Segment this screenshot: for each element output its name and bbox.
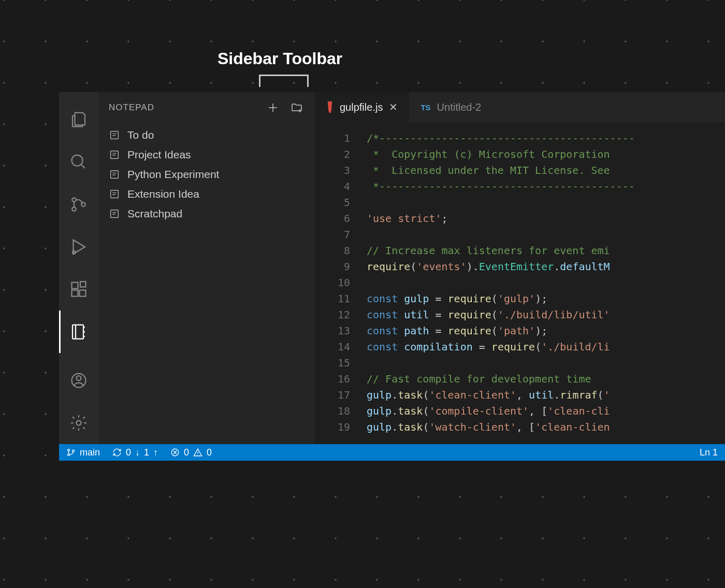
- error-count: 0: [184, 447, 189, 458]
- main-area: NOTEPAD To doProject IdeasPython Experim…: [59, 92, 725, 444]
- editor-window: NOTEPAD To doProject IdeasPython Experim…: [59, 92, 725, 461]
- svg-rect-9: [72, 325, 83, 339]
- sidebar-title: NOTEPAD: [109, 102, 265, 113]
- error-icon: [170, 448, 180, 457]
- tab[interactable]: TSUntitled-2: [409, 92, 492, 122]
- activity-bar: [59, 92, 98, 444]
- note-icon: [109, 129, 120, 141]
- svg-point-2: [72, 207, 76, 211]
- line-number: 8: [315, 243, 350, 259]
- line-number: 6: [315, 211, 350, 227]
- svg-point-1: [72, 198, 76, 202]
- status-bar: main 0↓ 1↑ 0 0 Ln 1: [59, 444, 725, 461]
- status-sync[interactable]: 0↓ 1↑: [112, 447, 158, 458]
- gulp-icon: [326, 101, 334, 113]
- activity-settings[interactable]: [59, 402, 98, 444]
- line-number: 17: [315, 387, 350, 403]
- code-line: // Increase max listeners for event emi: [367, 243, 725, 259]
- sidebar-item[interactable]: Scratchpad: [98, 204, 315, 224]
- svg-point-3: [81, 202, 85, 207]
- code-line: /*--------------------------------------…: [367, 130, 725, 146]
- sidebar-item[interactable]: Extension Idea: [98, 184, 315, 204]
- extensions-icon: [69, 280, 88, 299]
- close-icon[interactable]: ✕: [389, 101, 398, 113]
- svg-rect-7: [80, 290, 86, 297]
- code-line: // Fast compile for development time: [367, 371, 725, 387]
- code-line: gulp.task('clean-client', util.rimraf(': [367, 387, 725, 403]
- sidebar-item[interactable]: To do: [98, 125, 315, 145]
- code-line: const compilation = require('./build/li: [367, 339, 725, 355]
- tab-label: Untitled-2: [437, 101, 482, 113]
- code-line: * Licensed under the MIT License. See: [367, 163, 725, 179]
- new-note-button[interactable]: [265, 100, 281, 115]
- svg-point-19: [68, 454, 70, 456]
- svg-point-4: [72, 251, 76, 254]
- activity-debug[interactable]: [59, 226, 98, 268]
- code-area[interactable]: 12345678910111213141516171819 /*--------…: [315, 122, 725, 444]
- play-bug-icon: [69, 238, 88, 256]
- svg-rect-5: [72, 283, 78, 289]
- tab[interactable]: gulpfile.js✕: [315, 92, 409, 122]
- line-number: 13: [315, 323, 350, 339]
- line-number-gutter: 12345678910111213141516171819: [315, 130, 367, 444]
- user-icon: [69, 371, 88, 390]
- new-folder-icon: [291, 101, 303, 114]
- sidebar-item-label: Python Experiment: [127, 168, 219, 181]
- sidebar-item[interactable]: Project Ideas: [98, 145, 315, 165]
- line-number: 14: [315, 339, 350, 355]
- down-arrow-icon: ↓: [135, 447, 140, 458]
- activity-account[interactable]: [59, 359, 98, 402]
- line-number: 9: [315, 259, 350, 275]
- note-icon: [109, 188, 120, 200]
- cursor-position-label: Ln 1: [700, 447, 718, 458]
- line-number: 4: [315, 179, 350, 195]
- line-number: 15: [315, 355, 350, 371]
- branch-icon: [66, 448, 76, 457]
- line-number: 16: [315, 371, 350, 387]
- code-line: gulp.task('watch-client', ['clean-clien: [367, 419, 725, 435]
- code-line: [367, 355, 725, 371]
- line-number: 11: [315, 291, 350, 307]
- note-icon: [109, 169, 120, 180]
- status-problems[interactable]: 0 0: [170, 447, 212, 458]
- notebook-icon: [69, 322, 88, 341]
- line-number: 12: [315, 307, 350, 323]
- sidebar: NOTEPAD To doProject IdeasPython Experim…: [98, 92, 315, 444]
- activity-source-control[interactable]: [59, 183, 98, 226]
- gear-icon: [69, 414, 88, 432]
- svg-rect-16: [111, 190, 119, 198]
- code-line: const path = require('path');: [367, 323, 725, 339]
- editor-area: gulpfile.js✕TSUntitled-2 123456789101112…: [315, 92, 725, 444]
- sync-up-count: 1: [144, 447, 149, 458]
- activity-extensions[interactable]: [59, 268, 98, 311]
- code-line: [367, 195, 725, 211]
- svg-point-20: [72, 450, 75, 452]
- plus-icon: [267, 101, 279, 114]
- sidebar-item[interactable]: Python Experiment: [98, 165, 315, 184]
- sidebar-toolbar: [265, 100, 304, 115]
- note-icon: [109, 208, 120, 219]
- status-cursor[interactable]: Ln 1: [700, 447, 718, 458]
- code-line: gulp.task('compile-client', ['clean-cli: [367, 403, 725, 419]
- activity-search[interactable]: [59, 141, 98, 183]
- typescript-icon: TS: [421, 103, 430, 112]
- annotation-label: Sidebar Toolbar: [218, 49, 342, 68]
- activity-notepad[interactable]: [59, 311, 98, 353]
- svg-rect-17: [111, 210, 119, 218]
- new-folder-button[interactable]: [289, 100, 304, 115]
- line-number: 3: [315, 163, 350, 179]
- source-control-icon: [69, 195, 88, 214]
- status-branch[interactable]: main: [66, 447, 100, 458]
- sync-down-count: 0: [126, 447, 131, 458]
- annotation-bracket: [259, 75, 309, 87]
- line-number: 2: [315, 146, 350, 163]
- files-icon: [69, 110, 88, 129]
- warning-icon: [193, 448, 202, 457]
- svg-rect-15: [111, 171, 119, 179]
- up-arrow-icon: ↑: [153, 447, 158, 458]
- code-line: [367, 275, 725, 291]
- sidebar-item-label: Extension Idea: [127, 188, 199, 200]
- svg-rect-8: [80, 282, 86, 287]
- activity-explorer[interactable]: [59, 98, 98, 141]
- code-line: const util = require('./build/lib/util': [367, 307, 725, 323]
